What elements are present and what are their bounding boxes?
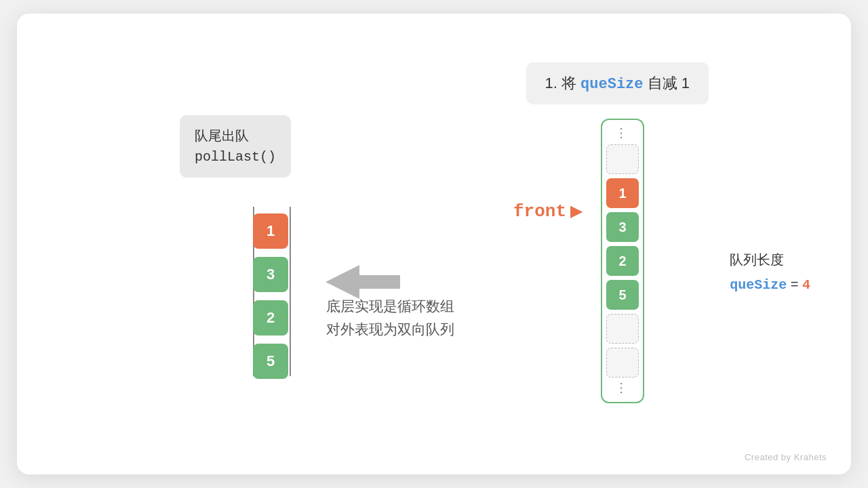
desc-line2: 对外表现为双向队列 [326,318,454,341]
queue-size-line: queSize = 4 [730,272,810,298]
front-label-container: front ▶ [513,201,582,222]
front-text: front [513,201,566,222]
circular-queue-box: ··· 1 3 2 5 ··· [601,119,644,403]
right-cell-3: 5 [606,280,639,310]
queue-equals: = [787,277,802,291]
right-queue: ··· 1 3 2 5 ··· [601,119,644,403]
callout-prefix: 1. 将 [545,75,581,92]
left-cell-1: 3 [253,257,288,292]
right-cell-2: 2 [606,246,639,276]
bottom-dots: ··· [616,382,629,395]
queue-value: 4 [802,277,810,293]
queue-bar-right [290,207,291,376]
left-queue: 1 3 2 5 [253,214,288,379]
label-line2: pollLast() [195,146,276,168]
callout-keyword: queSize [580,76,643,93]
queue-length-label: 队列长度 [730,247,810,272]
svg-marker-0 [326,265,400,299]
right-empty-0 [606,144,639,174]
front-arrow: ▶ [570,203,582,220]
queue-var: queSize [730,277,787,293]
right-cell-0: 1 [606,178,639,208]
left-cell-3: 5 [253,344,288,379]
callout-box: 1. 将 queSize 自减 1 [526,62,709,104]
right-empty-1 [606,314,639,344]
slide: 1. 将 queSize 自减 1 队尾出队 pollLast() 1 3 2 … [17,14,851,474]
watermark: Created by Krahets [745,452,827,462]
callout-suffix: 自减 1 [644,75,690,92]
left-cell-0: 1 [253,214,288,249]
right-empty-2 [606,348,639,378]
top-dots: ··· [616,127,629,140]
description: 底层实现是循环数组 对外表现为双向队列 [326,295,454,340]
label-box: 队尾出队 pollLast() [180,115,291,178]
queue-info: 队列长度 queSize = 4 [730,247,810,298]
left-cell-2: 2 [253,300,288,336]
desc-line1: 底层实现是循环数组 [326,295,454,318]
right-cell-1: 3 [606,212,639,242]
label-line1: 队尾出队 [195,125,276,146]
